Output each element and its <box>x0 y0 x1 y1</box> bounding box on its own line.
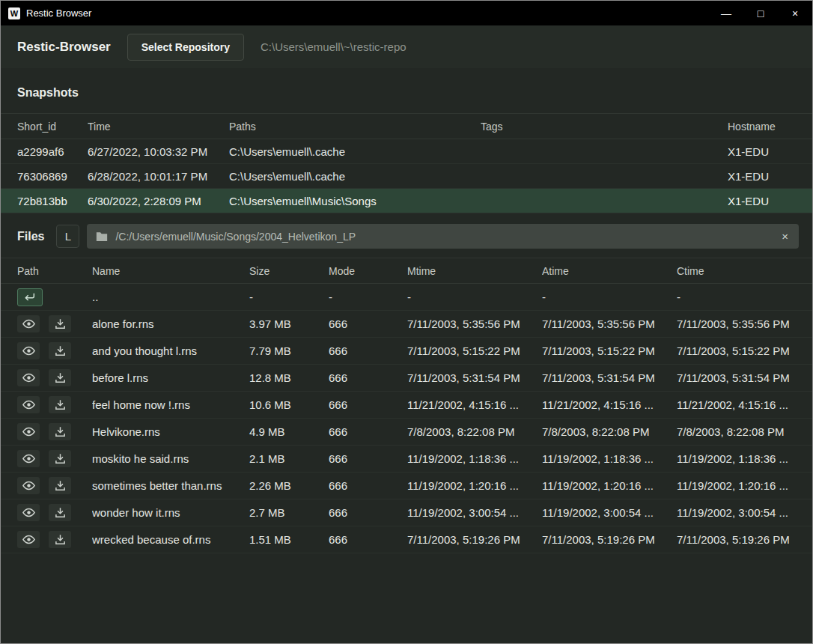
file-atime: 7/8/2003, 8:22:08 PM <box>542 425 677 438</box>
file-row[interactable]: wrecked because of.rns1.51 MB6667/11/200… <box>1 526 812 553</box>
file-ctime: 7/11/2003, 5:35:56 PM <box>677 318 799 330</box>
files-root-button[interactable]: L <box>56 225 79 248</box>
download-icon <box>55 453 66 464</box>
file-size: 2.7 MB <box>249 506 329 519</box>
file-row[interactable]: and you thought l.rns7.79 MB6667/11/2003… <box>1 338 812 365</box>
file-atime: 7/11/2003, 5:31:54 PM <box>542 371 677 384</box>
snapshots-col-hostname: Hostname <box>728 121 799 133</box>
file-row[interactable]: alone for.rns3.97 MB6667/11/2003, 5:35:5… <box>1 311 812 338</box>
view-file-button[interactable] <box>17 423 40 440</box>
file-parent-row[interactable]: ..----- <box>1 284 812 311</box>
view-file-button[interactable] <box>17 450 40 467</box>
file-name: sometimes better than.rns <box>92 479 249 492</box>
close-icon[interactable]: × <box>778 1 812 25</box>
download-file-button[interactable] <box>49 423 71 440</box>
file-atime: 7/11/2003, 5:19:26 PM <box>542 533 677 546</box>
download-file-button[interactable] <box>49 315 71 332</box>
file-row[interactable]: feel home now !.rns10.6 MB66611/21/2002,… <box>1 392 812 419</box>
file-row[interactable]: sometimes better than.rns2.26 MB66611/19… <box>1 473 812 499</box>
file-mode: - <box>329 291 407 303</box>
download-icon <box>55 507 66 518</box>
app-window: W Restic Browser — □ × Restic-Browser Se… <box>0 0 813 644</box>
file-actions <box>17 342 92 359</box>
select-repository-button[interactable]: Select Repository <box>127 34 244 61</box>
view-file-button[interactable] <box>17 477 40 494</box>
file-name: and you thought l.rns <box>92 344 249 357</box>
file-mode: 666 <box>329 344 407 357</box>
repository-path: C:\Users\emuell\~\restic-repo <box>261 40 406 53</box>
file-size: 3.97 MB <box>249 318 329 330</box>
minimize-icon[interactable]: — <box>709 1 743 25</box>
snapshots-title: Snapshots <box>1 68 812 113</box>
file-ctime: 11/21/2002, 4:15:16 ... <box>677 398 799 411</box>
files-col-ctime: Ctime <box>677 265 799 277</box>
file-mtime: - <box>407 291 542 303</box>
maximize-icon[interactable]: □ <box>743 1 778 25</box>
file-row[interactable]: wonder how it.rns2.7 MB66611/19/2002, 3:… <box>1 499 812 526</box>
file-atime: - <box>542 291 677 303</box>
eye-icon <box>22 400 35 410</box>
snapshot-row[interactable]: a2299af66/27/2022, 10:03:32 PMC:\Users\e… <box>1 139 812 164</box>
eye-icon <box>22 346 35 356</box>
download-file-button[interactable] <box>49 450 71 467</box>
file-mtime: 7/8/2003, 8:22:08 PM <box>407 425 542 438</box>
file-size: 2.26 MB <box>249 479 329 492</box>
parent-dir-button[interactable] <box>17 288 43 306</box>
download-file-button[interactable] <box>49 531 71 548</box>
file-atime: 11/21/2002, 4:15:16 ... <box>542 398 677 411</box>
download-file-button[interactable] <box>49 369 71 386</box>
snapshot-row[interactable]: 763068696/28/2022, 10:01:17 PMC:\Users\e… <box>1 164 812 189</box>
eye-icon <box>22 373 35 383</box>
app-header: Restic-Browser Select Repository C:\User… <box>1 25 812 68</box>
download-file-button[interactable] <box>49 477 71 494</box>
file-mode: 666 <box>329 452 407 465</box>
eye-icon <box>22 481 35 490</box>
file-row[interactable]: Helvikone.rns4.9 MB6667/8/2003, 8:22:08 … <box>1 419 812 446</box>
file-size: - <box>249 291 329 303</box>
file-mtime: 11/19/2002, 3:00:54 ... <box>407 506 542 519</box>
view-file-button[interactable] <box>17 504 40 521</box>
file-row[interactable]: moskito he said.rns2.1 MB66611/19/2002, … <box>1 446 812 473</box>
file-mtime: 7/11/2003, 5:31:54 PM <box>407 371 542 384</box>
view-file-button[interactable] <box>17 315 40 332</box>
file-mtime: 7/11/2003, 5:19:26 PM <box>407 533 542 546</box>
file-row[interactable]: before l.rns12.8 MB6667/11/2003, 5:31:54… <box>1 365 812 392</box>
eye-icon <box>22 427 35 437</box>
download-file-button[interactable] <box>49 342 71 359</box>
files-path-input[interactable]: /C:/Users/emuell/Music/Songs/2004_Helvet… <box>87 224 799 249</box>
view-file-button[interactable] <box>17 369 40 386</box>
files-col-atime: Atime <box>542 265 677 277</box>
file-size: 7.79 MB <box>249 344 329 357</box>
file-ctime: 7/11/2003, 5:19:26 PM <box>677 533 799 546</box>
view-file-button[interactable] <box>17 396 40 413</box>
view-file-button[interactable] <box>17 531 40 548</box>
file-name: wonder how it.rns <box>92 506 249 519</box>
download-file-button[interactable] <box>49 504 71 521</box>
file-mtime: 7/11/2003, 5:15:22 PM <box>407 344 542 357</box>
file-size: 4.9 MB <box>249 425 329 438</box>
file-size: 1.51 MB <box>249 533 329 546</box>
eye-icon <box>22 508 35 517</box>
snapshot-row[interactable]: 72b813bb6/30/2022, 2:28:09 PMC:\Users\em… <box>1 189 812 213</box>
file-name: .. <box>92 291 249 303</box>
download-icon <box>55 534 66 545</box>
snapshots-table-body: a2299af66/27/2022, 10:03:32 PMC:\Users\e… <box>1 139 812 213</box>
file-ctime: 7/11/2003, 5:31:54 PM <box>677 371 799 384</box>
file-ctime: 11/19/2002, 1:20:16 ... <box>677 479 799 492</box>
download-icon <box>55 426 66 437</box>
file-mode: 666 <box>329 479 407 492</box>
snapshots-header-row: Short_id Time Paths Tags Hostname <box>1 113 812 139</box>
snapshot-paths: C:\Users\emuell\.cache <box>229 145 481 158</box>
file-mode: 666 <box>329 318 407 330</box>
download-file-button[interactable] <box>49 396 71 413</box>
file-mtime: 7/11/2003, 5:35:56 PM <box>407 318 542 330</box>
download-icon <box>55 399 66 410</box>
file-actions <box>17 396 92 413</box>
snapshot-time: 6/27/2022, 10:03:32 PM <box>88 145 229 158</box>
file-mode: 666 <box>329 398 407 411</box>
file-name: Helvikone.rns <box>92 425 249 438</box>
clear-path-icon[interactable]: × <box>780 230 790 243</box>
snapshot-short-id: 72b813bb <box>17 195 88 207</box>
download-icon <box>55 345 66 356</box>
view-file-button[interactable] <box>17 342 40 359</box>
